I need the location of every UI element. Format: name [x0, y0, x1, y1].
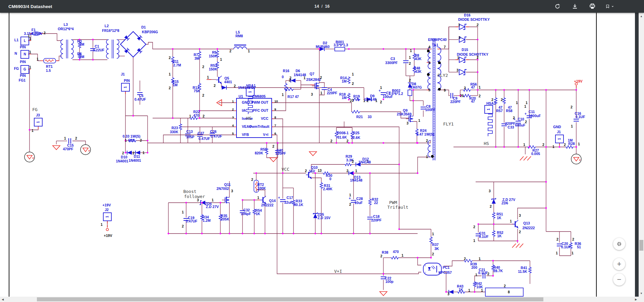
svg-text:RT1: RT1	[46, 64, 53, 68]
vertical-scrollbar[interactable]: ▲ ▼	[639, 13, 644, 297]
svg-text:VFB: VFB	[242, 133, 249, 137]
schematic-canvas: LNG1111114132FFFF13.15A,250V12L3OR12*6*4…	[0, 13, 644, 297]
svg-text:RM8: RM8	[235, 34, 243, 38]
svg-text:220PF: 220PF	[327, 91, 338, 95]
svg-text:9: 9	[444, 88, 446, 92]
svg-text:2SK2842: 2SK2842	[306, 78, 321, 82]
svg-text:200: 200	[471, 265, 477, 269]
svg-text:2N2222: 2N2222	[523, 226, 535, 230]
svg-text:2: 2	[214, 84, 216, 88]
svg-text:22.6K: 22.6K	[351, 136, 360, 140]
print-button[interactable]	[588, 2, 596, 10]
svg-text:2: 2	[477, 23, 479, 27]
svg-text:1N4148: 1N4148	[364, 97, 377, 101]
svg-text:V+I: V+I	[334, 269, 342, 274]
scroll-up-arrow[interactable]: ▲	[639, 13, 644, 19]
svg-text:220PF: 220PF	[450, 100, 461, 104]
svg-text:2: 2	[409, 78, 411, 82]
svg-text:ER39/PC40: ER39/PC40	[428, 38, 447, 42]
svg-text:0: 0	[282, 75, 284, 79]
svg-text:C27: C27	[198, 131, 204, 135]
download-button[interactable]	[571, 2, 579, 10]
svg-text:470PF: 470PF	[63, 147, 74, 151]
svg-text:22uF: 22uF	[284, 200, 293, 204]
svg-text:1: 1	[232, 99, 234, 103]
svg-text:1: 1	[479, 257, 481, 261]
svg-text:R16: R16	[283, 69, 289, 73]
svg-text:2A07G: 2A07G	[411, 85, 422, 89]
svg-text:3: 3	[425, 271, 426, 274]
svg-text:R21: R21	[356, 115, 363, 119]
svg-text:0.47 1W(S): 0.47 1W(S)	[416, 132, 434, 136]
svg-text:C26: C26	[210, 130, 216, 134]
svg-text:3: 3	[197, 198, 199, 202]
page-total: 16	[325, 4, 330, 9]
svg-text:D10: D10	[121, 155, 127, 159]
svg-text:2: 2	[169, 56, 171, 60]
svg-text:0.22UF: 0.22UF	[93, 48, 105, 52]
svg-text:1.2M: 1.2M	[203, 218, 211, 222]
svg-text:PwmTrifault: PwmTrifault	[249, 124, 269, 129]
svg-text:VCC: VCC	[281, 167, 289, 172]
svg-text:205K: 205K	[221, 217, 229, 221]
svg-text:1: 1	[257, 196, 259, 200]
svg-text:75K: 75K	[194, 89, 200, 93]
pdf-page-area: LNG1111114132FFFF13.15A,250V12L3OR12*6*4…	[0, 13, 644, 297]
scroll-down-arrow[interactable]: ▼	[639, 291, 644, 296]
svg-text:D6: D6	[296, 69, 300, 73]
svg-text:13: 13	[318, 168, 322, 172]
scroll-left-arrow[interactable]: ◀	[0, 297, 5, 302]
vertical-scroll-thumb[interactable]	[639, 240, 643, 251]
zoom-in-button[interactable]: +	[613, 258, 625, 270]
zoom-out-button[interactable]: −	[613, 273, 625, 286]
svg-text:GND: GND	[553, 125, 561, 129]
svg-text:2: 2	[380, 254, 382, 258]
svg-text:PIN: PIN	[20, 73, 26, 78]
svg-text:1N4001: 1N4001	[129, 158, 141, 162]
svg-text:2: 2	[234, 84, 236, 88]
svg-text:1: 1	[248, 49, 250, 53]
svg-text:1: 1	[481, 288, 483, 292]
svg-text:R17 47: R17 47	[287, 95, 299, 99]
page-left-edge	[9, 13, 9, 297]
svg-text:D11: D11	[134, 154, 140, 158]
svg-text:R37: R37	[432, 243, 438, 247]
svg-text:Boost: Boost	[183, 189, 196, 194]
svg-text:1: 1	[29, 37, 31, 41]
svg-text:DIODE SCHOTTKY: DIODE SCHOTTKY	[457, 52, 488, 56]
svg-text:0.47UF: 0.47UF	[199, 137, 210, 141]
svg-text:2.7M: 2.7M	[173, 63, 181, 67]
svg-text:PC1: PC1	[443, 265, 450, 269]
svg-text:4: 4	[232, 123, 234, 127]
rotate-button[interactable]	[553, 2, 561, 10]
svg-text:1: 1	[125, 138, 127, 142]
svg-text:1: 1	[169, 72, 171, 76]
scroll-right-arrow[interactable]: ▶	[633, 297, 639, 302]
svg-text:1: 1	[510, 219, 512, 223]
svg-text:1: 1	[304, 76, 306, 80]
svg-text:2: 2	[350, 99, 352, 103]
svg-text:1N4148: 1N4148	[359, 160, 371, 164]
svg-text:L2: L2	[105, 24, 109, 28]
pdf-toolbar: CM6903/4 Datasheet 14/16	[0, 0, 644, 13]
svg-text:0.47UF: 0.47UF	[186, 219, 198, 223]
svg-text:3: 3	[231, 189, 233, 193]
svg-text:1.5: 1.5	[46, 68, 51, 72]
svg-text:1M: 1M	[173, 83, 178, 87]
horizontal-scroll-thumb[interactable]	[37, 297, 543, 301]
scrollbar-corner	[639, 297, 644, 302]
horizontal-scrollbar[interactable]: ◀ ▶	[0, 297, 639, 302]
svg-text:2: 2	[202, 65, 204, 69]
svg-text:D1: D1	[141, 25, 146, 29]
svg-text:C3: C3	[390, 57, 395, 61]
svg-text:DIODE SCHOTTKY: DIODE SCHOTTKY	[458, 17, 490, 21]
bookmark-button[interactable]	[606, 2, 614, 10]
svg-text:3300PF: 3300PF	[385, 61, 398, 65]
svg-text:1: 1	[410, 49, 412, 53]
svg-text:2: 2	[352, 82, 354, 86]
svg-text:PWM: PWM	[389, 200, 397, 205]
svg-text:7: 7	[274, 123, 276, 127]
fit-page-button[interactable]	[613, 238, 625, 250]
svg-text:PWM OUT: PWM OUT	[251, 100, 268, 104]
svg-text:GND: GND	[242, 100, 250, 104]
